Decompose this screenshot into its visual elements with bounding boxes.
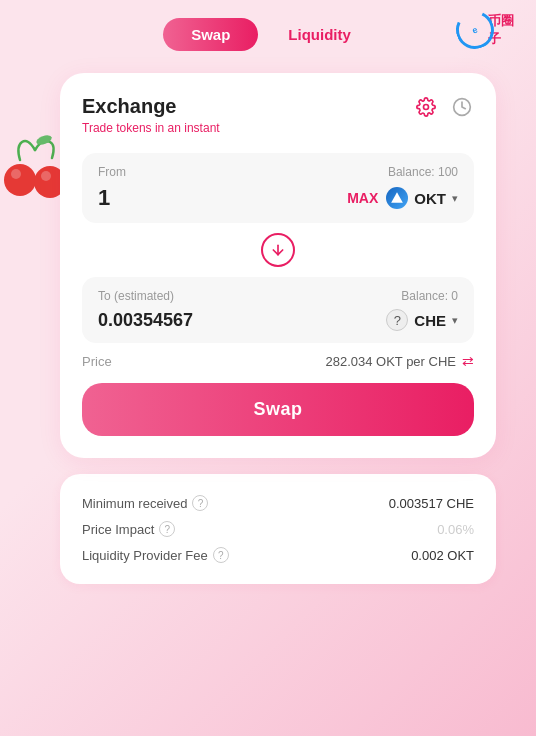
lp-fee-label-group: Liquidity Provider Fee ?: [82, 547, 229, 563]
from-amount: 1: [98, 185, 110, 211]
che-icon: ?: [386, 309, 408, 331]
to-label-row: To (estimated) Balance: 0: [98, 289, 458, 303]
from-chevron-icon: ▾: [452, 192, 458, 205]
price-text: 282.034 OKT per CHE: [325, 354, 456, 369]
from-label: From: [98, 165, 126, 179]
min-received-help-icon[interactable]: ?: [192, 495, 208, 511]
from-token-dropdown[interactable]: OKT ▾: [386, 187, 458, 209]
exchange-card: Exchange Trade tokens in an instant: [60, 73, 496, 458]
to-input-row: 0.00354567 ? CHE ▾: [98, 309, 458, 331]
card-subtitle: Trade tokens in an instant: [82, 121, 220, 135]
price-value: 282.034 OKT per CHE ⇄: [325, 353, 474, 369]
price-row: Price 282.034 OKT per CHE ⇄: [82, 343, 474, 373]
swap-direction-icon[interactable]: ⇄: [462, 353, 474, 369]
history-button[interactable]: [450, 95, 474, 124]
price-impact-label-group: Price Impact ?: [82, 521, 175, 537]
min-received-row: Minimum received ? 0.003517 CHE: [82, 490, 474, 516]
from-balance: Balance: 100: [388, 165, 458, 179]
lp-fee-value: 0.002 OKT: [411, 548, 474, 563]
brand-logo: e 币圈子: [456, 10, 526, 50]
from-input-row: 1 MAX OKT ▾: [98, 185, 458, 211]
price-impact-row: Price Impact ? 0.06%: [82, 516, 474, 542]
top-nav: Swap Liquidity e 币圈子: [0, 0, 536, 61]
swap-main-button[interactable]: Swap: [82, 383, 474, 436]
to-token-dropdown[interactable]: ? CHE ▾: [386, 309, 458, 331]
price-impact-help-icon[interactable]: ?: [159, 521, 175, 537]
header-icons: [414, 95, 474, 124]
from-token-name: OKT: [414, 190, 446, 207]
from-token-selector: MAX OKT ▾: [347, 187, 458, 209]
min-received-label: Minimum received: [82, 496, 187, 511]
price-impact-value: 0.06%: [437, 522, 474, 537]
okt-icon: [386, 187, 408, 209]
to-token-name: CHE: [414, 312, 446, 329]
price-impact-label: Price Impact: [82, 522, 154, 537]
swap-direction: [82, 223, 474, 277]
min-received-value: 0.003517 CHE: [389, 496, 474, 511]
svg-marker-7: [391, 192, 403, 203]
from-token-box: From Balance: 100 1 MAX OKT ▾: [82, 153, 474, 223]
info-card: Minimum received ? 0.003517 CHE Price Im…: [60, 474, 496, 584]
to-label: To (estimated): [98, 289, 174, 303]
swap-direction-button[interactable]: [261, 233, 295, 267]
card-title-group: Exchange Trade tokens in an instant: [82, 95, 220, 135]
swap-tab[interactable]: Swap: [163, 18, 258, 51]
lp-fee-row: Liquidity Provider Fee ? 0.002 OKT: [82, 542, 474, 568]
svg-point-1: [4, 164, 36, 196]
to-token-box: To (estimated) Balance: 0 0.00354567 ? C…: [82, 277, 474, 343]
to-amount: 0.00354567: [98, 310, 193, 331]
svg-point-5: [424, 105, 429, 110]
min-received-label-group: Minimum received ?: [82, 495, 208, 511]
lp-fee-label: Liquidity Provider Fee: [82, 548, 208, 563]
card-header: Exchange Trade tokens in an instant: [82, 95, 474, 135]
svg-point-4: [41, 171, 51, 181]
to-chevron-icon: ▾: [452, 314, 458, 327]
card-title: Exchange: [82, 95, 220, 118]
svg-point-2: [11, 169, 21, 179]
price-label: Price: [82, 354, 112, 369]
settings-button[interactable]: [414, 95, 438, 124]
lp-fee-help-icon[interactable]: ?: [213, 547, 229, 563]
liquidity-tab[interactable]: Liquidity: [266, 18, 373, 51]
max-button[interactable]: MAX: [347, 190, 378, 206]
from-label-row: From Balance: 100: [98, 165, 458, 179]
to-balance: Balance: 0: [401, 289, 458, 303]
